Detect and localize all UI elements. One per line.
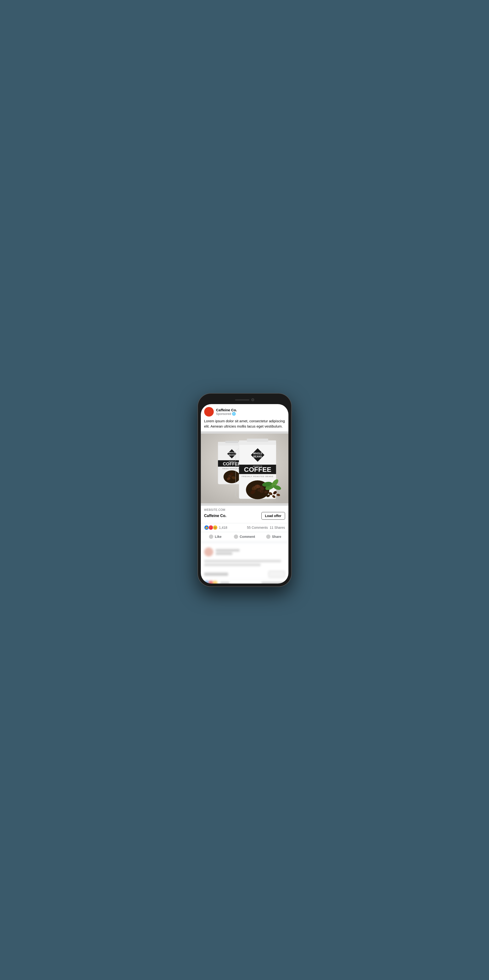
reaction-love-icon: ❤️ (209, 525, 213, 530)
blurred-meta-lines (216, 549, 240, 555)
blurred-react-2 (209, 581, 213, 584)
post-image: WHOLE BEANS ARABICA COFFEE FRESHLY ROAST… (201, 431, 288, 506)
notch-camera (251, 398, 254, 401)
svg-text:BEANS: BEANS (228, 454, 235, 456)
blurred-second-post (201, 541, 288, 584)
reaction-summary: 👍 ❤️ 😆 1,418 (204, 525, 228, 530)
svg-line-48 (257, 485, 258, 488)
cta-title: Caffeine Co. (204, 514, 226, 518)
like-icon (209, 535, 213, 539)
like-button[interactable]: Like (201, 533, 230, 541)
post-header: Caffeine Co. Sponsored 🌐 (201, 404, 288, 418)
phone-screen[interactable]: Caffeine Co. Sponsored 🌐 Lorem ipsum dol… (201, 404, 288, 584)
cta-row: Caffeine Co. Load offer (204, 512, 285, 520)
notch-pill (235, 399, 249, 401)
blurred-count (220, 582, 229, 584)
svg-text:COFFEE: COFFEE (244, 466, 271, 473)
svg-text:WHOLE: WHOLE (253, 452, 262, 455)
load-offer-button[interactable]: Load offer (261, 512, 285, 520)
phone-notch-bar (201, 396, 288, 403)
svg-rect-4 (225, 441, 238, 443)
share-icon (266, 535, 271, 539)
post-card: Caffeine Co. Sponsored 🌐 Lorem ipsum dol… (201, 404, 288, 541)
avatar (204, 407, 214, 417)
action-buttons: Like Comment Share (201, 532, 288, 541)
blurred-sub-line (216, 552, 233, 555)
post-meta: Caffeine Co. Sponsored 🌐 (216, 408, 285, 415)
post-sponsored: Sponsored 🌐 (216, 412, 285, 415)
reaction-haha-icon: 😆 (213, 525, 218, 530)
blurred-cta-row (201, 570, 288, 579)
blurred-text-block (201, 558, 288, 570)
reactions-row: 👍 ❤️ 😆 1,418 55 Comments 11 Shares (201, 523, 288, 532)
blurred-react-3 (213, 581, 218, 584)
svg-rect-25 (247, 439, 268, 442)
comment-button[interactable]: Comment (230, 533, 259, 541)
svg-text:WHOLE: WHOLE (228, 452, 235, 453)
reaction-icons: 👍 ❤️ 😆 (204, 525, 218, 530)
share-label: Share (272, 535, 281, 539)
phone-device: Caffeine Co. Sponsored 🌐 Lorem ipsum dol… (198, 394, 291, 586)
blurred-reactions (201, 579, 288, 584)
globe-icon: 🌐 (232, 412, 236, 415)
comment-icon (234, 535, 238, 539)
website-url: WEBSITE.COM (204, 508, 285, 512)
post-cta-section: WEBSITE.COM Caffeine Co. Load offer (201, 506, 288, 522)
post-body-text: Lorem ipsum dolor sit amet, consectetur … (201, 418, 288, 431)
svg-text:FRESHLY ROASTED BEA: FRESHLY ROASTED BEA (222, 468, 241, 469)
blurred-post-header (201, 546, 288, 558)
like-label: Like (215, 535, 221, 539)
post-author: Caffeine Co. (216, 408, 285, 412)
reaction-count: 1,418 (219, 526, 228, 530)
sponsored-label: Sponsored (216, 412, 231, 415)
comment-label: Comment (240, 535, 255, 539)
blurred-name-line (216, 549, 240, 552)
svg-text:BEANS: BEANS (253, 455, 262, 458)
blurred-cta-title (204, 573, 228, 576)
reaction-like-icon: 👍 (204, 525, 209, 530)
comment-share-count: 55 Comments 11 Shares (247, 526, 285, 530)
blurred-btn (268, 571, 285, 578)
coffee-image-svg: WHOLE BEANS ARABICA COFFEE FRESHLY ROAST… (201, 431, 288, 506)
shares-count: 11 Shares (270, 526, 285, 530)
blurred-count-right (261, 582, 285, 584)
svg-text:FRESHLY ROASTED BEANS: FRESHLY ROASTED BEANS (242, 476, 274, 477)
phone-notch (229, 396, 260, 403)
blurred-reaction-left (204, 581, 229, 584)
blurred-avatar (204, 547, 213, 557)
blurred-text-2 (204, 564, 261, 566)
blurred-text-1 (204, 560, 281, 562)
comments-count: 55 Comments (247, 526, 268, 530)
blurred-react-1 (204, 581, 209, 584)
share-button[interactable]: Share (259, 533, 288, 541)
svg-text:COFFEE: COFFEE (223, 461, 241, 466)
